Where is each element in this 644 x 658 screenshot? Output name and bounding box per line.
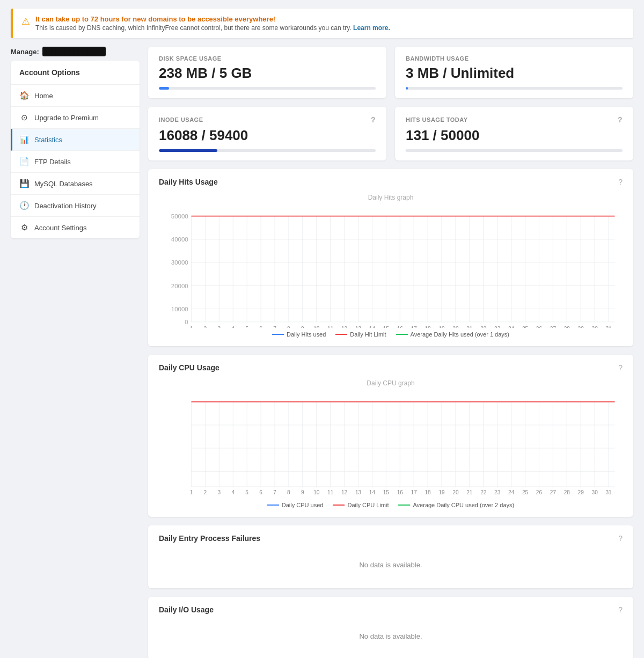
bandwidth-progress-bg <box>406 87 623 90</box>
io-chart-title: Daily I/O Usage <box>159 605 214 614</box>
bandwidth-value: 3 MB / Unlimited <box>406 65 623 82</box>
bandwidth-progress-fill <box>406 87 408 90</box>
hits-value: 131 / 50000 <box>406 127 623 144</box>
cpu-chart-help-icon[interactable]: ? <box>618 363 623 372</box>
svg-text:29: 29 <box>578 490 584 496</box>
svg-text:1: 1 <box>190 490 193 496</box>
sidebar-item-home[interactable]: 🏠 Home <box>11 85 140 107</box>
svg-text:7: 7 <box>273 490 276 496</box>
ep-no-data: No data is available. <box>159 550 623 580</box>
svg-text:23: 23 <box>494 326 501 328</box>
svg-text:15: 15 <box>383 326 390 328</box>
svg-text:23: 23 <box>494 490 501 496</box>
svg-text:22: 22 <box>480 326 487 328</box>
cpu-chart-legend: Daily CPU used Daily CPU Limit Average D… <box>159 502 623 508</box>
deactivation-icon: 🕐 <box>19 201 29 210</box>
svg-text:26: 26 <box>536 326 543 328</box>
cpu-legend-avg: Average Daily CPU used (over 2 days) <box>398 502 514 508</box>
svg-text:30000: 30000 <box>171 259 188 266</box>
svg-text:18: 18 <box>425 490 431 496</box>
svg-text:16: 16 <box>397 490 404 496</box>
sidebar-item-statistics[interactable]: 📊 Statistics <box>11 129 140 151</box>
cpu-graph-label: Daily CPU graph <box>159 379 623 387</box>
svg-text:13: 13 <box>355 490 362 496</box>
sidebar-item-settings[interactable]: ⚙ Account Settings <box>11 217 140 238</box>
svg-text:40000: 40000 <box>171 236 188 243</box>
hits-chart-area: Daily Hits graph 50000 40000 30000 20000… <box>159 194 623 338</box>
svg-text:9: 9 <box>301 490 304 496</box>
inode-card: INODE USAGE ? 16088 / 59400 <box>148 107 386 160</box>
bandwidth-card: BANDWIDTH USAGE 3 MB / Unlimited <box>395 47 633 98</box>
svg-text:19: 19 <box>438 490 445 496</box>
hits-progress-fill <box>406 149 406 152</box>
sidebar-item-label: Statistics <box>34 136 62 144</box>
upgrade-icon: ⊙ <box>19 113 29 122</box>
manage-label: Manage: ████████████ <box>11 47 140 56</box>
hits-chart-legend: Daily Hits used Daily Hit Limit Average … <box>159 331 623 338</box>
ftp-icon: 📄 <box>19 157 29 166</box>
svg-text:13: 13 <box>355 326 362 328</box>
io-help-icon[interactable]: ? <box>618 605 623 614</box>
alert-title: It can take up to 72 hours for new domai… <box>35 15 390 23</box>
disk-value: 238 MB / 5 GB <box>159 65 376 82</box>
inode-help-icon[interactable]: ? <box>371 115 376 124</box>
disk-label: DISK SPACE USAGE <box>159 55 376 62</box>
hits-card: HITS USAGE TODAY ? 131 / 50000 <box>395 107 633 160</box>
svg-text:20000: 20000 <box>171 283 188 289</box>
inode-value: 16088 / 59400 <box>159 127 376 144</box>
sidebar-item-label: Upgrade to Premium <box>34 114 99 122</box>
sidebar-item-upgrade[interactable]: ⊙ Upgrade to Premium <box>11 107 140 129</box>
inode-progress-fill <box>159 149 217 152</box>
ep-card: Daily Entry Process Failures ? No data i… <box>148 525 633 588</box>
inode-progress-bg <box>159 149 376 152</box>
svg-text:24: 24 <box>508 490 515 496</box>
statistics-icon: 📊 <box>19 135 29 144</box>
svg-text:18: 18 <box>425 326 431 328</box>
disk-progress-fill <box>159 87 169 90</box>
sidebar-item-ftp[interactable]: 📄 FTP Details <box>11 151 140 173</box>
sidebar-card: Account Options 🏠 Home ⊙ Upgrade to Prem… <box>11 61 140 238</box>
stats-row-2: INODE USAGE ? 16088 / 59400 HITS USAGE T… <box>148 107 633 160</box>
sidebar-item-label: Home <box>34 92 53 100</box>
svg-text:12: 12 <box>341 326 348 328</box>
svg-text:17: 17 <box>411 490 418 496</box>
svg-text:24: 24 <box>508 326 515 328</box>
svg-text:30: 30 <box>592 490 598 496</box>
hits-help-icon[interactable]: ? <box>618 115 623 124</box>
ep-chart-title: Daily Entry Process Failures <box>159 534 260 543</box>
hits-legend-blue-line <box>272 334 284 335</box>
sidebar-item-label: Deactivation History <box>34 202 97 210</box>
alert-learn-more-link[interactable]: Learn more. <box>353 24 390 32</box>
svg-text:10: 10 <box>313 490 320 496</box>
sidebar-item-deactivation[interactable]: 🕐 Deactivation History <box>11 195 140 217</box>
cpu-chart-area: Daily CPU graph <box>159 379 623 508</box>
settings-icon: ⚙ <box>19 223 29 232</box>
sidebar-item-mysql[interactable]: 💾 MySQL Databases <box>11 173 140 195</box>
svg-text:21: 21 <box>466 326 473 328</box>
svg-text:6: 6 <box>259 326 262 328</box>
svg-text:21: 21 <box>466 490 473 496</box>
home-icon: 🏠 <box>19 91 29 100</box>
disk-space-card: DISK SPACE USAGE 238 MB / 5 GB <box>148 47 386 98</box>
svg-text:3: 3 <box>218 326 221 328</box>
svg-text:30: 30 <box>592 326 598 328</box>
ep-help-icon[interactable]: ? <box>618 534 623 543</box>
svg-text:15: 15 <box>383 490 390 496</box>
main-content: DISK SPACE USAGE 238 MB / 5 GB BANDWIDTH… <box>148 47 633 658</box>
hits-legend-green-line <box>396 334 408 335</box>
hits-legend-used: Daily Hits used <box>272 331 326 338</box>
hits-chart-title: Daily Hits Usage <box>159 178 218 186</box>
svg-text:19: 19 <box>438 326 445 328</box>
disk-progress-bg <box>159 87 376 90</box>
hits-chart-help-icon[interactable]: ? <box>618 178 623 186</box>
svg-text:10: 10 <box>313 326 320 328</box>
cpu-legend-limit: Daily CPU Limit <box>333 502 389 508</box>
svg-text:8: 8 <box>287 326 290 328</box>
svg-text:25: 25 <box>522 326 529 328</box>
svg-text:12: 12 <box>341 490 348 496</box>
inode-label: INODE USAGE ? <box>159 115 376 124</box>
manage-account-value: ████████████ <box>42 47 106 56</box>
svg-text:27: 27 <box>550 490 557 496</box>
svg-text:10000: 10000 <box>171 306 188 312</box>
svg-text:5: 5 <box>245 490 248 496</box>
